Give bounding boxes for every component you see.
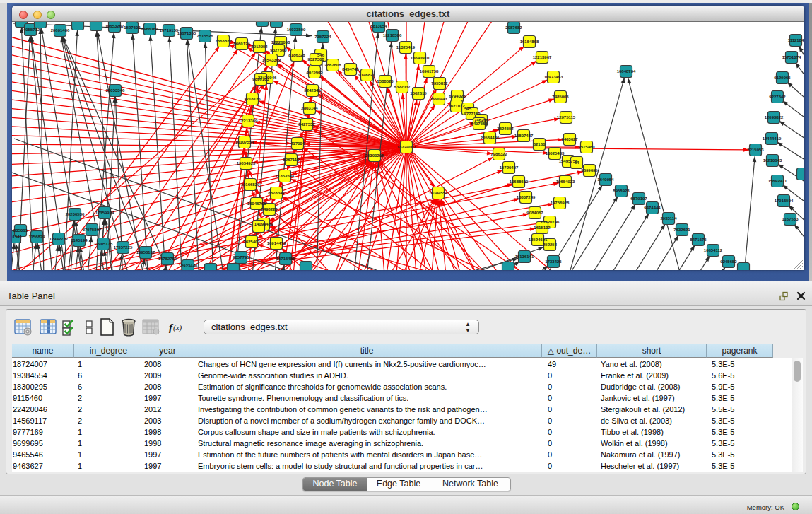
svg-text:16046768: 16046768 — [247, 201, 266, 206]
svg-text:3215953: 3215953 — [747, 148, 764, 152]
svg-text:7357224: 7357224 — [314, 35, 331, 39]
svg-text:2803144: 2803144 — [301, 106, 318, 110]
svg-text:6497568: 6497568 — [471, 122, 488, 126]
svg-text:1621072: 1621072 — [448, 104, 465, 108]
svg-text:19166829: 19166829 — [241, 182, 260, 187]
svg-text:14055712: 14055712 — [21, 28, 40, 32]
svg-text:20206536: 20206536 — [66, 212, 85, 216]
svg-text:17357225: 17357225 — [114, 245, 133, 250]
svg-text:12975115: 12975115 — [557, 115, 576, 119]
svg-text:545: 545 — [464, 107, 472, 111]
svg-text:2087682: 2087682 — [505, 25, 522, 30]
svg-text:10973493: 10973493 — [544, 75, 563, 79]
svg-text:1588520: 1588520 — [377, 79, 394, 83]
svg-text:391541: 391541 — [12, 235, 23, 239]
svg-text:9463627: 9463627 — [561, 137, 578, 141]
svg-text:18807249: 18807249 — [517, 195, 536, 199]
svg-text:1733426: 1733426 — [545, 259, 562, 264]
svg-text:10120746: 10120746 — [541, 220, 560, 224]
svg-text:9146821: 9146821 — [358, 73, 375, 77]
svg-text:1112184: 1112184 — [788, 38, 804, 42]
svg-text:9242845: 9242845 — [304, 88, 321, 93]
svg-text:8660124: 8660124 — [233, 42, 250, 46]
svg-text:8958923: 8958923 — [613, 189, 630, 193]
svg-text:12213369: 12213369 — [239, 119, 258, 123]
svg-text:3624554: 3624554 — [497, 127, 514, 131]
svg-text:19756928: 19756928 — [551, 201, 570, 205]
svg-text:10958107: 10958107 — [136, 250, 155, 255]
svg-text:37975867: 37975867 — [83, 228, 102, 232]
svg-text:1615132: 1615132 — [534, 226, 551, 230]
svg-text:417004: 417004 — [290, 141, 305, 146]
svg-text:19654923: 19654923 — [556, 180, 575, 184]
svg-text:12213967: 12213967 — [533, 55, 552, 59]
svg-text:25300295: 25300295 — [365, 153, 384, 158]
svg-text:7625402: 7625402 — [243, 240, 260, 244]
svg-text:7663822: 7663822 — [215, 39, 232, 43]
svg-text:12226058: 12226058 — [271, 40, 290, 45]
svg-text:8678342: 8678342 — [268, 191, 285, 195]
svg-text:19654923: 19654923 — [237, 161, 256, 165]
svg-text:9327508: 9327508 — [307, 57, 324, 62]
svg-text:2935114: 2935114 — [660, 216, 677, 221]
svg-text:9857791: 9857791 — [233, 255, 249, 259]
svg-text:8267110: 8267110 — [283, 158, 300, 162]
svg-text:10719155: 10719155 — [160, 28, 179, 33]
svg-text:9227342: 9227342 — [769, 95, 786, 99]
svg-text:16782759: 16782759 — [158, 257, 177, 261]
svg-text:17016504: 17016504 — [775, 199, 794, 203]
svg-text:7485003: 7485003 — [552, 95, 569, 99]
svg-text:10654112: 10654112 — [704, 248, 723, 252]
svg-text:6966160: 6966160 — [141, 27, 158, 31]
svg-text:16914479: 16914479 — [267, 241, 286, 245]
svg-text:19218586: 19218586 — [383, 33, 402, 37]
svg-text:20691406: 20691406 — [51, 28, 70, 33]
svg-text:10807487: 10807487 — [514, 134, 534, 138]
svg-text:18724007: 18724007 — [397, 145, 416, 149]
svg-text:2867608: 2867608 — [324, 63, 341, 67]
svg-text:1527602: 1527602 — [124, 25, 141, 30]
svg-text:64: 64 — [575, 160, 579, 165]
svg-text:11325419: 11325419 — [396, 45, 416, 49]
svg-text:9699695: 9699695 — [581, 168, 598, 173]
svg-text:1167533: 1167533 — [782, 217, 799, 221]
svg-text:8471676: 8471676 — [690, 238, 707, 242]
svg-text:9515460: 9515460 — [578, 145, 595, 149]
svg-text:252254: 252254 — [543, 243, 558, 247]
svg-text:12093822: 12093822 — [765, 115, 784, 119]
svg-text:9245652: 9245652 — [720, 259, 737, 264]
svg-text:7632621: 7632621 — [673, 228, 690, 232]
svg-text:15720407: 15720407 — [500, 165, 519, 170]
svg-text:8912954: 8912954 — [251, 45, 268, 49]
svg-text:14099489: 14099489 — [254, 222, 273, 226]
svg-text:7515526: 7515526 — [196, 34, 213, 38]
svg-text:6879197: 6879197 — [630, 197, 647, 201]
svg-text:8322037: 8322037 — [394, 85, 411, 89]
svg-text:9327500: 9327500 — [270, 48, 287, 52]
svg-text:6794028: 6794028 — [449, 94, 466, 98]
svg-text:12942737: 12942737 — [49, 237, 69, 241]
svg-text:15716485: 15716485 — [276, 257, 295, 261]
svg-text:16210643: 16210643 — [763, 158, 782, 163]
svg-text:7955812: 7955812 — [431, 81, 448, 86]
svg-text:62160: 62160 — [534, 142, 546, 146]
svg-text:10107554: 10107554 — [235, 140, 254, 144]
svg-text:16033809: 16033809 — [287, 28, 306, 32]
svg-text:8990443: 8990443 — [430, 97, 447, 101]
svg-text:8454749: 8454749 — [342, 67, 359, 71]
svg-text:8186328: 8186328 — [288, 53, 305, 57]
svg-text:16640910: 16640910 — [411, 56, 430, 60]
svg-text:8427552: 8427552 — [298, 122, 315, 127]
svg-text:835061: 835061 — [13, 228, 28, 233]
svg-text:11353594: 11353594 — [276, 174, 295, 178]
svg-text:15136141: 15136141 — [515, 255, 534, 259]
svg-text:8813054: 8813054 — [370, 24, 387, 28]
svg-text:12444419: 12444419 — [763, 136, 782, 141]
svg-text:10653267: 10653267 — [105, 24, 124, 28]
svg-text:5498222: 5498222 — [261, 207, 278, 211]
svg-text:7986322: 7986322 — [490, 152, 507, 156]
svg-text:15751074: 15751074 — [782, 55, 801, 59]
svg-text:12905135: 12905135 — [94, 242, 113, 246]
svg-text:16543362: 16543362 — [262, 58, 281, 62]
svg-text:3875685: 3875685 — [306, 70, 323, 74]
